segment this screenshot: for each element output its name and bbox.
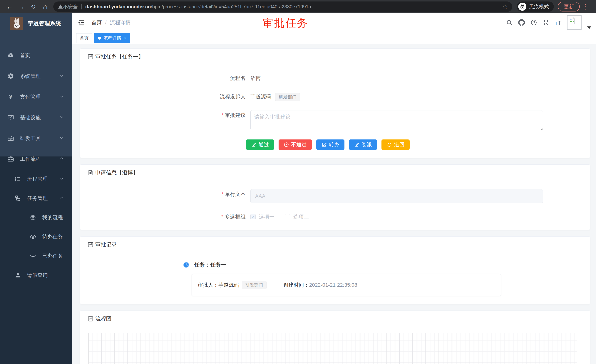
sidebar-item-task-mgmt[interactable]: 任务管理 [0, 189, 72, 208]
process-name-row: 流程名 滔博 [88, 73, 582, 83]
card-title: 审批记录 [95, 241, 117, 248]
close-icon[interactable]: × [124, 36, 127, 41]
search-icon[interactable] [506, 19, 513, 26]
return-button[interactable]: 退回 [381, 139, 410, 150]
help-icon[interactable] [530, 19, 537, 26]
created-label: 创建时间： [283, 282, 309, 289]
checkbox-group: 选项一 选项二 [250, 212, 582, 222]
sidebar-item-infra[interactable]: 基础设施 [0, 107, 72, 128]
sidebar-item-system[interactable]: 系统管理 [0, 66, 72, 87]
browser-update-button[interactable]: 更新 [558, 2, 580, 11]
delegate-button[interactable]: 委派 [349, 139, 377, 150]
github-icon[interactable] [518, 19, 525, 26]
chevron-down-icon [59, 135, 64, 141]
toolbox-icon [7, 135, 14, 142]
tab-process-detail[interactable]: 流程详情 × [94, 33, 130, 43]
process-diagram-card: 流程图 [80, 311, 590, 364]
chevron-down-icon [59, 73, 64, 79]
tab-label: 首页 [80, 35, 89, 41]
card-header: 审批任务【任务一】 [80, 49, 590, 65]
approve-button[interactable]: 通过 [246, 139, 274, 150]
chevron-up-icon [59, 195, 64, 201]
sidebar-item-payment[interactable]: ¥ 支付管理 [0, 87, 72, 107]
reject-button[interactable]: 不通过 [279, 139, 312, 150]
sidebar-item-label: 任务管理 [27, 195, 48, 202]
chevron-down-icon [59, 94, 64, 100]
browser-menu-icon[interactable]: ⋮ [582, 3, 588, 10]
sidebar-item-label: 请假查询 [27, 272, 48, 279]
bookmark-star-icon[interactable]: ☆ [502, 3, 508, 10]
suggestion-row: 审批建议 [88, 110, 582, 131]
sidebar-item-label: 支付管理 [20, 93, 41, 101]
sidebar-item-my-process[interactable]: 我的流程 [0, 208, 72, 227]
sidebar-item-done-tasks[interactable]: 已办任务 [0, 246, 72, 266]
checkbox-option-2: 选项二 [285, 212, 309, 222]
process-name-value: 滔博 [250, 73, 261, 83]
dept-tag: 研发部门 [242, 281, 267, 289]
transfer-button[interactable]: 转办 [316, 139, 344, 150]
breadcrumb: 首页 / 流程详情 [91, 19, 131, 26]
home-icon[interactable]: ⌂ [39, 1, 51, 12]
app-logo [10, 17, 23, 30]
sidebar-item-leave-query[interactable]: 请假查询 [0, 266, 72, 285]
approval-task-card: 审批任务【任务一】 流程名 滔博 流程发起人 芋道源码研发部门 审批建议 [80, 48, 590, 158]
active-dot [98, 37, 101, 40]
initiator-row: 流程发起人 芋道源码研发部门 [88, 92, 582, 102]
task-title: 任务：任务一 [194, 261, 226, 269]
sidebar-item-label: 研发工具 [20, 135, 41, 142]
back-icon[interactable]: ← [4, 1, 15, 12]
card-title: 审批任务【任务一】 [95, 53, 144, 60]
checkbox-group-label: 多选框组 [88, 212, 250, 222]
card-title: 流程图 [95, 315, 112, 323]
sidebar-item-devtools[interactable]: 研发工具 [0, 128, 72, 149]
sidebar-item-process-mgmt[interactable]: 流程管理 [0, 169, 72, 189]
dept-tag: 研发部门 [275, 93, 300, 101]
sidebar-item-label: 我的流程 [42, 214, 63, 221]
avatar[interactable] [567, 15, 581, 30]
breadcrumb-home[interactable]: 首页 [91, 19, 102, 26]
sidebar-item-label: 工作流程 [20, 156, 41, 163]
incognito-badge: 无痕模式 [517, 1, 554, 12]
avatar-caret-icon[interactable] [587, 26, 591, 29]
fullscreen-icon[interactable] [543, 19, 549, 26]
incognito-label: 无痕模式 [529, 3, 549, 10]
url-text[interactable]: dashboard.yudao.iocoder.cn/bpm/process-i… [85, 4, 311, 10]
top-header: 首页 / 流程详情 TT [72, 13, 596, 32]
sidebar-item-label: 流程管理 [27, 175, 48, 182]
card-header: 审批记录 [80, 237, 590, 253]
sidebar-collapse-icon[interactable] [77, 19, 86, 27]
security-label[interactable]: 不安全 [63, 4, 78, 10]
reload-icon[interactable]: ↻ [27, 1, 39, 12]
gear-icon [7, 73, 14, 80]
annotation-text: 审批任务 [262, 16, 308, 30]
chevron-down-icon [59, 176, 64, 182]
sidebar-item-home[interactable]: 首页 [0, 45, 72, 66]
address-bar[interactable]: 不安全 dashboard.yudao.iocoder.cn/bpm/proce… [53, 1, 512, 12]
svg-text:T: T [555, 21, 558, 25]
edit-icon [354, 142, 359, 147]
yen-icon: ¥ [7, 94, 14, 100]
toolbox-icon [7, 156, 14, 162]
sidebar-menu: 首页 系统管理 ¥ 支付管理 基础设施 [0, 34, 72, 285]
sidebar-item-workflow[interactable]: 工作流程 [0, 149, 72, 169]
tab-label: 流程详情 [104, 35, 121, 41]
page-content: 审批任务【任务一】 流程名 滔博 流程发起人 芋道源码研发部门 审批建议 [72, 44, 596, 364]
font-size-icon[interactable]: TT [555, 19, 562, 26]
tab-home[interactable]: 首页 [76, 33, 92, 43]
picture-icon [88, 242, 93, 248]
user-icon [15, 272, 21, 278]
diagram-body [80, 327, 590, 364]
picture-icon [88, 54, 93, 60]
sidebar-item-todo-tasks[interactable]: 待办任务 [0, 227, 72, 246]
forward-icon[interactable]: → [15, 1, 27, 12]
eye-icon [30, 233, 36, 240]
browser-toolbar: ← → ↻ ⌂ 不安全 dashboard.yudao.iocoder.cn/b… [0, 0, 596, 13]
sidebar-item-label: 已办任务 [42, 253, 63, 260]
document-icon [88, 170, 93, 176]
approver-label: 审批人： [198, 282, 218, 289]
picture-icon [88, 316, 93, 322]
sidebar: 芋道管理系统 首页 系统管理 ¥ 支付管理 [0, 13, 72, 364]
bpmn-grid-canvas[interactable] [88, 333, 577, 364]
suggestion-textarea[interactable] [250, 110, 543, 130]
app-logo-row[interactable]: 芋道管理系统 [0, 13, 72, 34]
